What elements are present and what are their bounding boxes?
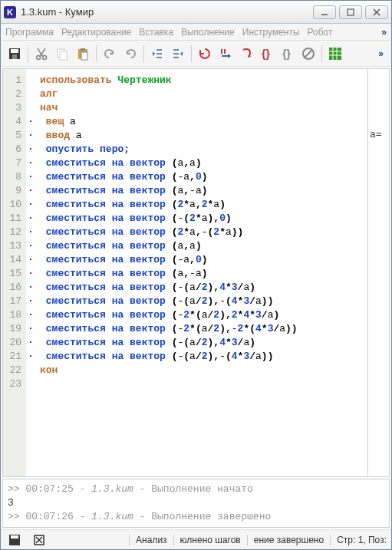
line-number: 23: [6, 377, 21, 391]
step-button[interactable]: [216, 44, 235, 63]
console[interactable]: >> 00:07:25 - 1.3.kum - Выполнение начат…: [2, 479, 390, 528]
menu-tools[interactable]: Инструменты: [242, 27, 300, 38]
code-line[interactable]: сместиться на вектор (a,-a): [40, 184, 364, 198]
menu-overflow[interactable]: »: [381, 27, 387, 38]
step-out-button[interactable]: {}: [278, 44, 297, 63]
code-line[interactable]: сместиться на вектор (-2*(a/2),-2*(4*3/a…: [40, 322, 364, 336]
line-marker: ·: [28, 308, 35, 322]
gutter: 1234567891011121314151617181920212223: [3, 69, 26, 476]
code-line[interactable]: сместиться на вектор (-(a/2),-(4*3/a)): [40, 295, 364, 308]
code-line[interactable]: сместиться на вектор (-(a/2),-(4*3/a)): [40, 350, 364, 364]
svg-rect-1: [348, 9, 354, 15]
stop-button[interactable]: [299, 44, 318, 63]
line-number: 9: [6, 184, 21, 198]
minimize-button[interactable]: [313, 5, 336, 19]
redo-button[interactable]: [121, 44, 140, 63]
svg-rect-20: [11, 535, 18, 538]
line-marker: ·: [28, 115, 35, 129]
code-line[interactable]: сместиться на вектор (a,a): [40, 156, 364, 170]
svg-rect-10: [60, 51, 67, 60]
line-number: 4: [6, 115, 21, 129]
code-line[interactable]: сместиться на вектор (-(a/2),4*3/a): [40, 281, 364, 295]
line-marker: ·: [28, 198, 35, 212]
code-line[interactable]: сместиться на вектор (2*a,-(2*a)): [40, 226, 364, 239]
outdent-button[interactable]: [148, 44, 166, 63]
code-area[interactable]: использовать Чертежникалгнач вещ a ввод …: [37, 69, 367, 476]
line-number: 8: [6, 170, 21, 184]
menu-run[interactable]: Выполнение: [181, 27, 235, 38]
side-value: a=: [370, 129, 387, 140]
status-done: ение завершено: [247, 535, 324, 545]
step-over-button[interactable]: {}: [258, 44, 276, 63]
menubar: Программа Редактирование Вставка Выполне…: [1, 24, 391, 41]
code-line[interactable]: сместиться на вектор (2*a,2*a): [40, 198, 364, 212]
indent-button[interactable]: [169, 44, 187, 63]
code-line[interactable]: сместиться на вектор (-(a/2),4*3/a): [40, 336, 364, 350]
code-line[interactable]: сместиться на вектор (a,-a): [40, 267, 364, 281]
line-marker: ·: [28, 239, 35, 253]
console-output: 3: [8, 496, 384, 510]
code-line[interactable]: сместиться на вектор (a,a): [40, 239, 364, 253]
line-number: 5: [6, 129, 21, 143]
line-number: 6: [6, 143, 21, 156]
save-button[interactable]: [5, 44, 24, 63]
menu-edit[interactable]: Редактирование: [61, 27, 131, 38]
line-number: 21: [6, 350, 21, 364]
grid-button[interactable]: [326, 44, 344, 63]
code-line[interactable]: сместиться на вектор (-a,0): [40, 170, 364, 184]
status-clear-icon[interactable]: [30, 532, 48, 548]
editor-scroll[interactable]: 1234567891011121314151617181920212223 ··…: [3, 69, 367, 476]
status-position: Стр: 1, Поз:: [330, 535, 387, 545]
line-marker: ·: [28, 170, 35, 184]
code-line[interactable]: нач: [40, 101, 364, 115]
code-line[interactable]: использовать Чертежник: [40, 74, 364, 87]
close-button[interactable]: [365, 5, 388, 19]
code-line[interactable]: алг: [40, 87, 364, 101]
side-panel: a=: [367, 69, 389, 476]
svg-rect-18: [329, 48, 341, 60]
line-marker: ·: [28, 212, 35, 226]
code-line[interactable]: опустить перо;: [40, 143, 364, 156]
line-number: 2: [6, 87, 21, 101]
line-number: 1: [6, 74, 21, 87]
line-marker: ·: [28, 322, 35, 336]
paste-button[interactable]: [74, 44, 92, 63]
line-marker: [28, 377, 35, 391]
status-steps: юлнено шагов: [173, 535, 241, 545]
undo-button[interactable]: [100, 44, 119, 63]
svg-line-17: [305, 50, 312, 58]
svg-rect-13: [81, 52, 87, 60]
line-marker: [28, 74, 35, 87]
menu-program[interactable]: Программа: [5, 27, 54, 38]
copy-button[interactable]: [53, 44, 71, 63]
code-line[interactable]: сместиться на вектор (-2*(a/2),2*4*3/a): [40, 308, 364, 322]
line-number: 7: [6, 156, 21, 170]
code-line[interactable]: вещ a: [40, 115, 364, 129]
step-into-button[interactable]: [237, 44, 255, 63]
line-number: 13: [6, 239, 21, 253]
code-line[interactable]: [40, 377, 364, 391]
menu-robot[interactable]: Робот: [308, 27, 333, 38]
line-marker: ·: [28, 336, 35, 350]
line-marker: [28, 87, 35, 101]
line-number: 14: [6, 253, 21, 267]
svg-rect-12: [81, 48, 85, 51]
code-line[interactable]: сместиться на вектор (-(2*a),0): [40, 212, 364, 226]
menu-insert[interactable]: Вставка: [139, 27, 173, 38]
status-save-icon[interactable]: [5, 532, 24, 548]
maximize-button[interactable]: [339, 5, 362, 19]
line-marker: ·: [28, 267, 35, 281]
toolbar-overflow[interactable]: »: [375, 48, 387, 59]
code-line[interactable]: ввод a: [40, 129, 364, 143]
line-number: 17: [6, 295, 21, 308]
statusbar: Анализ юлнено шагов ение завершено Стр: …: [1, 529, 391, 549]
console-line: >> 00:07:25 - 1.3.kum - Выполнение начат…: [8, 482, 384, 496]
line-marker: ·: [28, 253, 35, 267]
code-line[interactable]: кон: [40, 364, 364, 377]
svg-rect-5: [11, 49, 18, 53]
code-line[interactable]: сместиться на вектор (-a,0): [40, 253, 364, 267]
cut-button[interactable]: [32, 44, 51, 63]
run-button[interactable]: [196, 44, 214, 63]
marker-column: ··················: [26, 69, 37, 476]
line-number: 11: [6, 212, 21, 226]
